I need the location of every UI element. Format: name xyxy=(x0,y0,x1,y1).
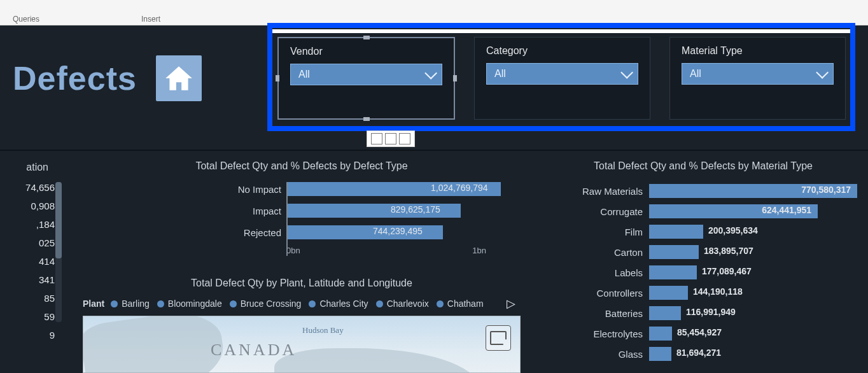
bar-category-label: Corrugate xyxy=(542,206,643,217)
legend-item-label: Chatham xyxy=(447,299,484,309)
kpi-value: 341 xyxy=(39,274,55,285)
chart-bar-row[interactable]: Controllers144,190,118 xyxy=(542,283,864,303)
material-type-chart[interactable]: Raw Materials770,580,317Corrugate624,441… xyxy=(542,178,864,364)
map-visual[interactable]: CANADA Hudson Bay xyxy=(83,316,521,373)
report-canvas: Defects VendorAllCategoryAllMaterial Typ… xyxy=(0,25,868,373)
chart-bar-row[interactable]: No Impact1,024,769,794 xyxy=(79,178,524,200)
legend-item[interactable]: Barling xyxy=(111,299,150,309)
axis-tick: 0bn xyxy=(286,246,300,255)
ribbon-group-label: Queries xyxy=(13,15,39,24)
map-legend: Plant BarlingBloomingdaleBruce CrossingC… xyxy=(79,295,524,312)
chart-bar-row[interactable]: Impact829,625,175 xyxy=(79,200,524,222)
slicer-dropdown[interactable]: All xyxy=(682,63,834,85)
legend-item-label: Charles City xyxy=(319,299,368,309)
chart-bar-row[interactable]: Corrugate624,441,951 xyxy=(542,201,864,222)
slicer-category[interactable]: CategoryAll xyxy=(474,37,650,120)
more-options-icon[interactable] xyxy=(399,133,410,144)
legend-dot-icon xyxy=(157,300,164,307)
defect-type-chart-title: Total Defect Qty and % Defects by Defect… xyxy=(79,158,524,178)
page-title: Defects xyxy=(13,59,137,97)
visual-mini-toolbar[interactable] xyxy=(367,130,415,147)
slicer-label: Category xyxy=(486,45,638,57)
home-icon xyxy=(163,62,195,94)
bar-category-label: Impact xyxy=(79,206,281,216)
slicer-value: All xyxy=(690,68,701,80)
focus-mode-icon[interactable] xyxy=(385,133,396,144)
bar-category-label: Rejected xyxy=(79,227,281,238)
kpi-value: 85 xyxy=(44,293,55,304)
chart-bar-row[interactable]: Labels177,089,467 xyxy=(542,262,864,283)
defect-type-chart[interactable]: No Impact1,024,769,794Impact829,625,175R… xyxy=(79,178,524,272)
kpi-value: 74,656 xyxy=(25,182,55,193)
chart-bar-row[interactable]: Glass81,694,271 xyxy=(542,344,864,364)
bar-value-label: 770,580,317 xyxy=(801,185,851,195)
slicer-material-type[interactable]: Material TypeAll xyxy=(669,37,846,120)
bar-category-label: Carton xyxy=(542,247,643,258)
bar-track: 81,694,271 xyxy=(649,347,864,361)
legend-field-label: Plant xyxy=(83,299,104,309)
bar-track: 177,089,467 xyxy=(649,265,864,279)
kpi-heading-fragment: ation xyxy=(26,162,48,173)
legend-dot-icon xyxy=(111,300,118,307)
legend-item[interactable]: Bruce Crossing xyxy=(230,299,302,309)
focus-mode-button[interactable] xyxy=(486,325,511,351)
kpi-value: ,184 xyxy=(36,219,55,230)
slicer-group: VendorAllCategoryAllMaterial TypeAll xyxy=(274,31,850,126)
bar-track: 829,625,175 xyxy=(288,204,524,218)
bar-track: 85,454,927 xyxy=(649,327,864,341)
content-row: ation 74,6560,908,18402541434185599 Tota… xyxy=(0,158,868,373)
bar-category-label: Raw Materials xyxy=(542,186,643,197)
home-button[interactable] xyxy=(156,55,202,101)
kpi-value: 025 xyxy=(39,237,55,248)
slicer-label: Material Type xyxy=(682,45,834,57)
legend-dot-icon xyxy=(437,300,444,307)
bar-value-label: 116,991,949 xyxy=(686,307,736,317)
scrollbar[interactable] xyxy=(55,182,62,322)
bar-track: 116,991,949 xyxy=(649,306,864,320)
bar-value-label: 183,895,707 xyxy=(704,246,753,256)
chevron-down-icon xyxy=(424,67,437,80)
bar-category-label: Film xyxy=(542,227,643,237)
bar xyxy=(649,306,681,320)
legend-item-label: Charlevoix xyxy=(387,299,429,309)
chart-bar-row[interactable]: Carton183,895,707 xyxy=(542,242,864,262)
map-label-country: CANADA xyxy=(211,341,297,360)
bar-value-label: 81,694,271 xyxy=(676,348,721,358)
slicer-dropdown[interactable]: All xyxy=(290,64,442,85)
bar-value-label: 85,454,927 xyxy=(677,327,722,337)
chart-bar-row[interactable]: Electrolytes85,454,927 xyxy=(542,323,864,344)
map-landmass xyxy=(274,348,478,373)
bar-category-label: Controllers xyxy=(542,288,643,299)
slicer-dropdown[interactable]: All xyxy=(486,63,638,85)
slicer-vendor[interactable]: VendorAll xyxy=(277,37,455,120)
slicer-value: All xyxy=(298,69,310,80)
chart-bar-row[interactable]: Raw Materials770,580,317 xyxy=(542,181,864,201)
legend-item[interactable]: Bloomingdale xyxy=(157,299,222,309)
chart-bar-row[interactable]: Film200,395,634 xyxy=(542,222,864,242)
legend-item[interactable]: Charlevoix xyxy=(376,299,429,309)
chart-bar-row[interactable]: Batteries116,991,949 xyxy=(542,303,864,323)
map-label-sea: Hudson Bay xyxy=(302,325,344,335)
bar xyxy=(649,225,703,239)
slicer-label: Vendor xyxy=(290,46,442,57)
legend-next-button[interactable]: ▷ xyxy=(501,297,521,311)
ribbon-group-label: Insert xyxy=(141,15,160,24)
kpi-value: 414 xyxy=(39,256,55,267)
scrollbar-thumb[interactable] xyxy=(55,182,62,258)
material-chart-title: Total Defect Qty and % Defects by Materi… xyxy=(542,158,864,178)
x-axis-ticks: 0bn1bn xyxy=(79,243,524,255)
legend-item[interactable]: Charles City xyxy=(309,299,368,309)
filter-icon[interactable] xyxy=(371,133,382,144)
chart-bar-row[interactable]: Rejected744,239,495 xyxy=(79,222,524,243)
bar-value-label: 200,395,634 xyxy=(708,225,758,236)
map-card-title: Total Defect Qty by Plant, Latitude and … xyxy=(79,275,524,295)
map-card: Total Defect Qty by Plant, Latitude and … xyxy=(79,275,524,373)
map-landmass xyxy=(83,316,228,373)
legend-item-label: Barling xyxy=(122,299,150,309)
bar-category-label: Glass xyxy=(542,349,643,360)
legend-dot-icon xyxy=(376,300,383,307)
bar-track: 183,895,707 xyxy=(649,245,864,259)
bar-track: 1,024,769,794 xyxy=(288,182,524,196)
legend-item[interactable]: Chatham xyxy=(437,299,484,309)
bar-track: 744,239,495 xyxy=(288,225,524,239)
